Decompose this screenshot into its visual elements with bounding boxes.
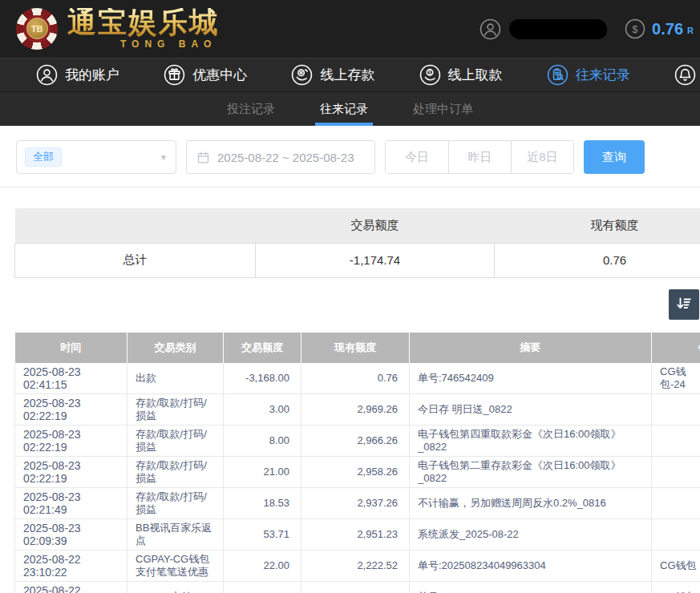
last-8-days-button[interactable]: 近8日 [511, 141, 573, 173]
table-row: 2025-08-23 02:41:15 出款 -3,168.00 0.76 单号… [15, 363, 700, 394]
redacted-username [509, 19, 607, 39]
cell-time: 2025-08-23 02:22:19 [15, 393, 127, 425]
summary-header-trade: 交易额度 [256, 208, 495, 243]
cell-balance: 2,958.26 [301, 456, 410, 487]
nav-label: 往来记录 [576, 66, 630, 84]
cell-time: 2025-08-23 02:09:39 [15, 518, 127, 550]
user-icon [479, 18, 501, 40]
user-menu[interactable] [479, 18, 607, 40]
summary-header-empty [15, 208, 256, 243]
calendar-icon [196, 151, 210, 164]
nav-label: 线上存款 [320, 66, 374, 84]
nav-item-my-account[interactable]: 我的账户 [36, 64, 119, 86]
nav-item-withdraw[interactable]: $ 线上取款 [419, 64, 503, 86]
cell-time: 2025-08-23 02:21:49 [15, 487, 127, 518]
search-button[interactable]: 查询 [584, 140, 645, 174]
cell-note [652, 518, 700, 550]
cell-type: 存款/取款/打码/损益 [127, 487, 224, 518]
balance-amount: 0.76 [652, 20, 683, 38]
cell-type: 存款/取款/打码/损益 [127, 393, 224, 425]
table-row: 2025-08-23 02:09:39 BB视讯百家乐返点 53.71 2,95… [15, 518, 700, 550]
nav-item-deposit[interactable]: 线上存款 [291, 64, 374, 86]
cell-type: 出款 [127, 363, 224, 394]
nav-item-announcements[interactable]: 信息公告 [674, 64, 700, 86]
bell-icon [674, 64, 696, 86]
yesterday-button[interactable]: 昨日 [448, 141, 511, 173]
header-summary: 摘要 [410, 333, 652, 363]
nav-item-transactions[interactable]: 往来记录 [547, 64, 630, 86]
cell-note [652, 487, 700, 518]
balance-currency: R [687, 22, 694, 35]
cell-type: BB视讯百家乐返点 [127, 518, 224, 550]
withdraw-icon: $ [419, 64, 441, 86]
cell-balance: 2,937.26 [301, 487, 410, 518]
svg-text:$: $ [428, 70, 431, 75]
cell-balance: 2,966.26 [301, 425, 410, 456]
cell-note: CG钱包 [652, 581, 700, 593]
cell-balance: 2,200.52 [301, 581, 410, 593]
transactions-table-wrap: 时间 交易类别 交易额度 现有额度 摘要 备注 2025-08-23 02:41… [14, 333, 700, 593]
cell-amount: 18.53 [224, 487, 301, 518]
cell-time: 2025-08-22 23:10:22 [15, 581, 127, 593]
cell-type: CGPAY支付 [127, 581, 224, 593]
record-subtabs: 投注记录 往来记录 处理中订单 [0, 91, 700, 126]
table-row: 2025-08-23 02:22:19 存款/取款/打码/损益 3.00 2,9… [15, 393, 700, 425]
dollar-icon: $ [625, 18, 645, 39]
header-type: 交易类别 [127, 333, 224, 363]
cell-note [652, 456, 700, 487]
summary-section: 交易额度 现有额度 总计 -1,174.74 0.76 [14, 208, 700, 278]
cell-balance: 0.76 [301, 363, 410, 394]
today-button[interactable]: 今日 [386, 141, 448, 173]
records-icon [547, 64, 568, 86]
table-body: 2025-08-23 02:41:15 出款 -3,168.00 0.76 单号… [15, 363, 700, 593]
table-row: 2025-08-22 23:10:22 CGPAY-CG钱包支付笔笔送优惠 22… [15, 550, 700, 581]
cell-balance: 2,951.23 [301, 518, 410, 550]
cell-amount: 53.71 [224, 518, 301, 550]
deposit-icon [291, 64, 313, 86]
svg-text:$: $ [633, 24, 638, 35]
cell-time: 2025-08-23 02:41:15 [15, 363, 127, 394]
tab-pending-orders[interactable]: 处理中订单 [408, 92, 478, 126]
brand-subtitle: TONG BAO [67, 38, 220, 50]
table-header-row: 时间 交易类别 交易额度 现有额度 摘要 备注 [15, 333, 700, 363]
sort-button[interactable] [669, 289, 699, 320]
promo-icon [164, 64, 185, 86]
header-amount: 交易额度 [224, 333, 301, 363]
cell-balance: 2,969.26 [301, 393, 410, 425]
cell-summary: 系统派发_2025-08-22 [410, 518, 652, 550]
cell-summary: 单号:746542409 [410, 363, 652, 394]
table-toolbar [0, 289, 699, 320]
account-icon [36, 64, 58, 86]
cell-time: 2025-08-23 02:22:19 [15, 425, 127, 456]
cell-note: CG钱包 [652, 550, 700, 581]
cell-time: 2025-08-23 02:22:19 [15, 456, 127, 487]
type-select[interactable]: 全部 ▼ [16, 140, 176, 174]
tab-transaction-records[interactable]: 往来记录 [315, 92, 373, 126]
cell-note [652, 425, 700, 456]
nav-label: 优惠中心 [192, 66, 247, 84]
cell-summary: 单号:202508234049963304 [410, 581, 652, 593]
table-row: 2025-08-23 02:21:49 存款/取款/打码/损益 18.53 2,… [15, 487, 700, 518]
balance-display: $ 0.76 R [625, 18, 694, 39]
cell-balance: 2,222.52 [301, 550, 410, 581]
nav-label: 我的账户 [65, 66, 119, 84]
header-balance: 现有额度 [301, 333, 410, 363]
cell-note: CG钱包-24 [652, 363, 700, 394]
tab-betting-records[interactable]: 投注记录 [222, 92, 280, 126]
cell-summary: 单号:202508234049963304 [410, 550, 652, 581]
date-range-input[interactable]: 2025-08-22 ~ 2025-08-23 [186, 140, 375, 174]
cell-amount: 2,200.00 [224, 581, 301, 593]
table-row: 2025-08-22 23:10:22 CGPAY支付 2,200.00 2,2… [15, 581, 700, 593]
cell-summary: 今日存 明日送_0822 [410, 393, 652, 425]
cell-summary: 电子钱包第四重取款彩金《次日16:00领取》_0822 [410, 425, 652, 456]
nav-item-promotions[interactable]: 优惠中心 [164, 64, 247, 86]
cell-note [652, 393, 700, 425]
transactions-table: 时间 交易类别 交易额度 现有额度 摘要 备注 2025-08-23 02:41… [14, 333, 700, 593]
summary-header-balance: 现有额度 [495, 208, 700, 243]
cell-summary: 不计输赢，另加赠送周周反水0.2%_0816 [410, 487, 652, 518]
header-time: 时间 [15, 333, 127, 363]
summary-total-balance: 0.76 [495, 243, 700, 277]
cell-amount: 8.00 [224, 425, 301, 456]
filter-bar: 全部 ▼ 2025-08-22 ~ 2025-08-23 今日 昨日 近8日 查… [0, 126, 700, 188]
date-range-value: 2025-08-22 ~ 2025-08-23 [217, 151, 354, 164]
